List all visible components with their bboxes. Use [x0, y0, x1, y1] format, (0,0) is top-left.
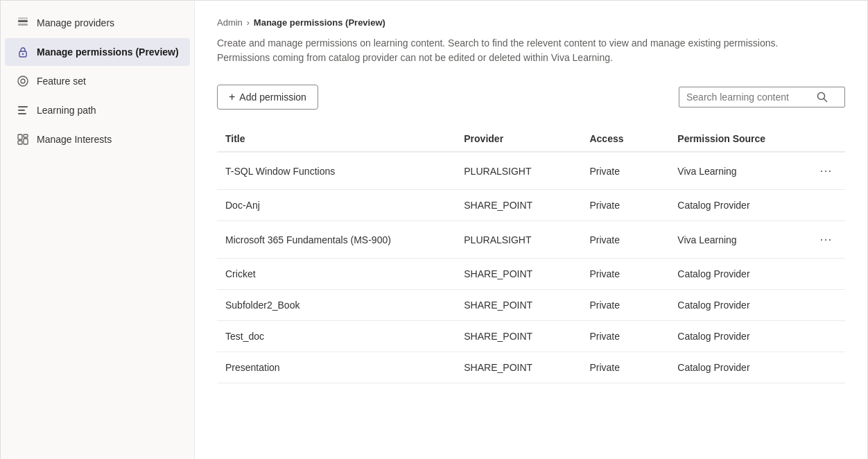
- svg-rect-10: [18, 135, 22, 139]
- cell-provider: SHARE_POINT: [455, 259, 581, 290]
- more-actions-button[interactable]: ···: [816, 162, 837, 180]
- sidebar-item-label: Feature set: [37, 76, 86, 87]
- cell-actions: ···: [808, 152, 845, 190]
- svg-point-5: [18, 76, 28, 86]
- col-header-title: Title: [217, 126, 455, 152]
- sidebar-item-label: Learning path: [37, 105, 96, 116]
- plus-icon: +: [229, 91, 235, 103]
- sidebar-item-label: Manage permissions (Preview): [37, 46, 179, 58]
- cell-title: Doc-Anj: [217, 190, 455, 221]
- cell-provider: SHARE_POINT: [455, 352, 581, 383]
- cell-provider: PLURALSIGHT: [455, 221, 581, 259]
- col-header-provider: Provider: [455, 126, 581, 152]
- sidebar-item-feature-set[interactable]: Feature set: [5, 67, 190, 95]
- sidebar-item-label: Manage providers: [37, 17, 114, 28]
- cell-permission-source: Catalog Provider: [669, 190, 807, 221]
- cell-access: Private: [581, 290, 669, 321]
- svg-rect-8: [18, 110, 25, 111]
- svg-point-6: [21, 79, 25, 83]
- cell-permission-source: Viva Learning: [669, 221, 807, 259]
- cell-access: Private: [581, 259, 669, 290]
- sidebar-item-label: Manage Interests: [37, 134, 112, 145]
- cell-actions: [808, 259, 845, 290]
- permissions-table: TitleProviderAccessPermission Source T-S…: [217, 126, 845, 383]
- table-body: T-SQL Window FunctionsPLURALSIGHTPrivate…: [217, 152, 845, 383]
- cell-access: Private: [581, 221, 669, 259]
- cell-title: T-SQL Window Functions: [217, 152, 455, 190]
- breadcrumb-separator: ›: [247, 18, 250, 28]
- svg-rect-13: [24, 139, 28, 144]
- table-header-row: TitleProviderAccessPermission Source: [217, 126, 845, 152]
- cell-permission-source: Catalog Provider: [669, 352, 807, 383]
- cell-provider: SHARE_POINT: [455, 190, 581, 221]
- feature-icon: [16, 74, 30, 88]
- sidebar-item-learning-path[interactable]: Learning path: [5, 96, 190, 124]
- svg-point-4: [22, 53, 24, 55]
- breadcrumb: Admin › Manage permissions (Preview): [217, 17, 845, 28]
- cell-actions: [808, 290, 845, 321]
- table-row: PresentationSHARE_POINTPrivateCatalog Pr…: [217, 352, 845, 383]
- svg-rect-7: [18, 106, 28, 107]
- learning-path-icon: [16, 103, 30, 117]
- cell-access: Private: [581, 321, 669, 352]
- col-header-access: Access: [581, 126, 669, 152]
- cell-permission-source: Catalog Provider: [669, 321, 807, 352]
- more-actions-button[interactable]: ···: [816, 231, 837, 248]
- svg-rect-1: [18, 24, 28, 26]
- sidebar-item-manage-providers[interactable]: Manage providers: [5, 9, 190, 37]
- table-row: CricketSHARE_POINTPrivateCatalog Provide…: [217, 259, 845, 290]
- permissions-icon: [16, 45, 30, 59]
- cell-title: Microsoft 365 Fundamentals (MS-900): [217, 221, 455, 259]
- breadcrumb-admin[interactable]: Admin: [217, 17, 243, 28]
- cell-access: Private: [581, 152, 669, 190]
- col-header-permission-source: Permission Source: [669, 126, 807, 152]
- svg-rect-12: [18, 141, 22, 144]
- svg-rect-0: [18, 20, 28, 22]
- col-header-actions: [808, 126, 845, 152]
- cell-permission-source: Catalog Provider: [669, 259, 807, 290]
- cell-access: Private: [581, 190, 669, 221]
- cell-title: Test_doc: [217, 321, 455, 352]
- search-box: [679, 87, 845, 107]
- table-header: TitleProviderAccessPermission Source: [217, 126, 845, 152]
- cell-provider: SHARE_POINT: [455, 290, 581, 321]
- cell-actions: [808, 190, 845, 221]
- interests-icon: [16, 132, 30, 146]
- table-row: Microsoft 365 Fundamentals (MS-900)PLURA…: [217, 221, 845, 259]
- cell-provider: SHARE_POINT: [455, 321, 581, 352]
- cell-access: Private: [581, 352, 669, 383]
- search-input[interactable]: [686, 92, 811, 103]
- search-button[interactable]: [817, 92, 828, 103]
- cell-title: Presentation: [217, 352, 455, 383]
- breadcrumb-current: Manage permissions (Preview): [254, 17, 385, 28]
- svg-rect-11: [24, 135, 28, 137]
- sidebar-item-manage-interests[interactable]: Manage Interests: [5, 125, 190, 153]
- cell-title: Cricket: [217, 259, 455, 290]
- main-content: Admin › Manage permissions (Preview) Cre…: [195, 1, 867, 459]
- add-permission-button[interactable]: + Add permission: [217, 85, 318, 110]
- page-description: Create and manage permissions on learnin…: [217, 36, 785, 65]
- svg-line-15: [824, 99, 827, 102]
- sidebar-item-manage-permissions[interactable]: Manage permissions (Preview): [5, 38, 190, 66]
- toolbar: + Add permission: [217, 85, 845, 110]
- cell-permission-source: Viva Learning: [669, 152, 807, 190]
- sidebar: Manage providersManage permissions (Prev…: [1, 1, 195, 459]
- cell-provider: PLURALSIGHT: [455, 152, 581, 190]
- table-row: Test_docSHARE_POINTPrivateCatalog Provid…: [217, 321, 845, 352]
- cell-title: Subfolder2_Book: [217, 290, 455, 321]
- svg-rect-9: [18, 113, 26, 114]
- search-icon: [817, 92, 828, 103]
- cell-actions: ···: [808, 221, 845, 259]
- table-row: Subfolder2_BookSHARE_POINTPrivateCatalog…: [217, 290, 845, 321]
- cell-actions: [808, 352, 845, 383]
- cell-permission-source: Catalog Provider: [669, 290, 807, 321]
- add-permission-label: Add permission: [239, 92, 306, 103]
- table-row: Doc-AnjSHARE_POINTPrivateCatalog Provide…: [217, 190, 845, 221]
- providers-icon: [16, 16, 30, 30]
- svg-rect-2: [18, 17, 28, 19]
- table-row: T-SQL Window FunctionsPLURALSIGHTPrivate…: [217, 152, 845, 190]
- cell-actions: [808, 321, 845, 352]
